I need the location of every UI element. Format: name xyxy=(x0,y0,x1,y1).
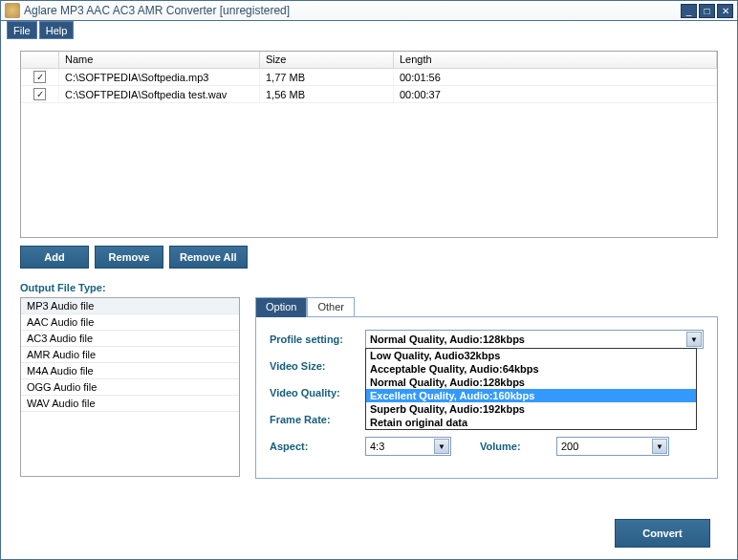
cell-size: 1,77 MB xyxy=(260,69,394,85)
convert-button[interactable]: Convert xyxy=(615,519,710,548)
close-button[interactable]: ✕ xyxy=(717,4,733,18)
list-item[interactable]: MP3 Audio file xyxy=(21,298,239,314)
list-item[interactable]: AC3 Audio file xyxy=(21,331,239,347)
profile-select[interactable]: Normal Quality, Audio:128kbps ▼ xyxy=(365,330,704,349)
video-size-label: Video Size: xyxy=(270,360,365,372)
titlebar: Aglare MP3 AAC AC3 AMR Converter [unregi… xyxy=(0,0,738,21)
dropdown-item[interactable]: Acceptable Quality, Audio:64kbps xyxy=(366,362,696,376)
button-row: Add Remove Remove All xyxy=(20,246,718,269)
video-quality-label: Video Quality: xyxy=(270,387,365,398)
col-size[interactable]: Size xyxy=(260,52,394,69)
row-checkbox[interactable]: ✓ xyxy=(33,88,46,100)
dropdown-item[interactable]: Retain original data xyxy=(366,416,696,429)
list-item[interactable]: M4A Audio file xyxy=(21,363,239,379)
chevron-down-icon: ▼ xyxy=(434,439,449,454)
file-type-list[interactable]: MP3 Audio file AAC Audio file AC3 Audio … xyxy=(20,297,240,477)
window-title: Aglare MP3 AAC AC3 AMR Converter [unregi… xyxy=(24,4,679,17)
list-item[interactable]: AMR Audio file xyxy=(21,347,239,363)
cell-size: 1,56 MB xyxy=(260,86,394,102)
output-label: Output File Type: xyxy=(20,282,718,293)
maximize-button[interactable]: □ xyxy=(699,4,715,18)
cell-name: C:\SOFTPEDIA\Softpedia test.wav xyxy=(59,86,260,102)
content: Name Size Length ✓ C:\SOFTPEDIA\Softpedi… xyxy=(0,39,738,560)
row-checkbox[interactable]: ✓ xyxy=(33,71,46,83)
col-check xyxy=(21,52,59,69)
tabs: Option Other xyxy=(255,297,718,317)
menu-file[interactable]: File xyxy=(7,21,37,39)
menu-help[interactable]: Help xyxy=(39,21,75,39)
col-length[interactable]: Length xyxy=(394,52,717,69)
profile-dropdown[interactable]: Low Quality, Audio32kbps Acceptable Qual… xyxy=(365,348,697,430)
remove-all-button[interactable]: Remove All xyxy=(169,246,248,269)
cell-length: 00:00:37 xyxy=(394,86,717,102)
volume-label: Volume: xyxy=(480,441,556,452)
cell-length: 00:01:56 xyxy=(394,69,717,85)
lower-panel: MP3 Audio file AAC Audio file AC3 Audio … xyxy=(20,297,718,479)
chevron-down-icon: ▼ xyxy=(652,439,667,454)
dropdown-item[interactable]: Excellent Quality, Audio:160kbps xyxy=(366,389,696,402)
dropdown-item[interactable]: Normal Quality, Audio:128kbps xyxy=(366,376,696,389)
minimize-button[interactable]: _ xyxy=(681,4,697,18)
remove-button[interactable]: Remove xyxy=(95,246,163,269)
chevron-down-icon: ▼ xyxy=(686,332,702,347)
table-row[interactable]: ✓ C:\SOFTPEDIA\Softpedia test.wav 1,56 M… xyxy=(21,86,717,103)
list-item[interactable]: WAV Audio file xyxy=(21,396,239,412)
frame-rate-label: Frame Rate: xyxy=(270,414,365,425)
list-item[interactable]: AAC Audio file xyxy=(21,314,239,331)
aspect-label: Aspect: xyxy=(270,441,365,452)
dropdown-item[interactable]: Superb Quality, Audio:192kbps xyxy=(366,402,696,416)
cell-name: C:\SOFTPEDIA\Softpedia.mp3 xyxy=(59,69,260,85)
file-table: Name Size Length ✓ C:\SOFTPEDIA\Softpedi… xyxy=(20,51,718,238)
option-tab-content: Profile setting: Normal Quality, Audio:1… xyxy=(255,316,718,479)
profile-label: Profile setting: xyxy=(270,334,365,345)
app-icon xyxy=(5,3,20,18)
profile-value: Normal Quality, Audio:128kbps xyxy=(370,334,525,345)
aspect-value: 4:3 xyxy=(370,441,384,452)
volume-select[interactable]: 200 ▼ xyxy=(556,437,669,456)
table-header: Name Size Length xyxy=(21,52,717,69)
options-panel: Option Other Profile setting: Normal Qua… xyxy=(255,297,718,479)
add-button[interactable]: Add xyxy=(20,246,89,269)
col-name[interactable]: Name xyxy=(59,52,260,69)
tab-option[interactable]: Option xyxy=(255,297,307,317)
volume-value: 200 xyxy=(561,441,578,452)
tab-other[interactable]: Other xyxy=(307,297,355,317)
dropdown-item[interactable]: Low Quality, Audio32kbps xyxy=(366,349,696,362)
list-item[interactable]: OGG Audio file xyxy=(21,379,239,396)
menubar: File Help xyxy=(0,21,738,39)
aspect-select[interactable]: 4:3 ▼ xyxy=(365,437,451,456)
table-row[interactable]: ✓ C:\SOFTPEDIA\Softpedia.mp3 1,77 MB 00:… xyxy=(21,69,717,86)
